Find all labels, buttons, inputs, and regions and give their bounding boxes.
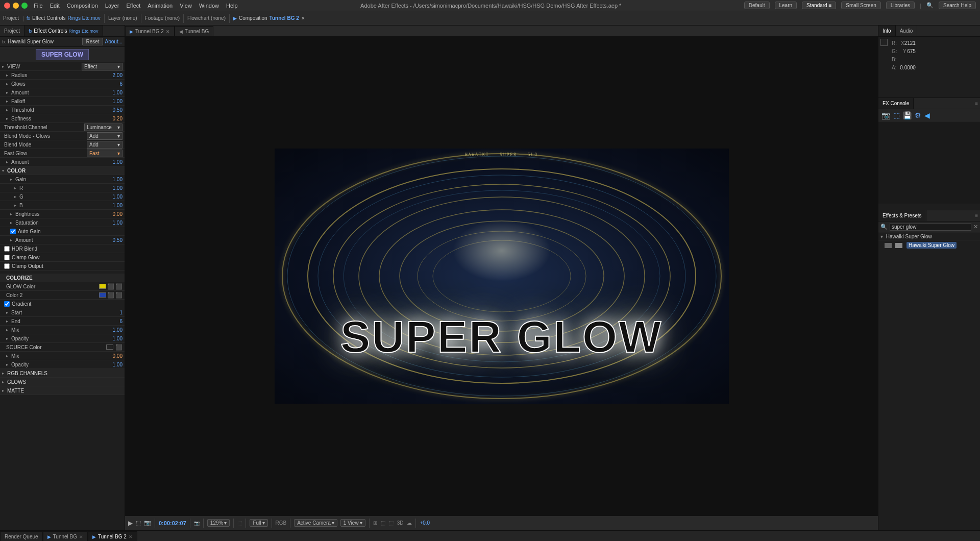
end-value[interactable]: 6: [102, 318, 122, 324]
color-amount-value[interactable]: 0.50: [102, 237, 122, 243]
glows-value[interactable]: 6: [102, 81, 122, 87]
standard-workspace-btn[interactable]: Standard ≡: [802, 2, 836, 9]
saturation-value[interactable]: 1.00: [102, 220, 122, 226]
audio-tab[interactable]: Audio: [896, 26, 918, 36]
tunnel-bg2-close[interactable]: ✕: [166, 29, 170, 34]
auto-gain-checkbox[interactable]: [10, 229, 16, 234]
hdr-blend-checkbox[interactable]: [4, 246, 10, 252]
menu-file[interactable]: File: [34, 3, 43, 9]
saturation-twirl[interactable]: [2, 220, 12, 225]
tunnel-bg2-close-icon[interactable]: ✕: [129, 534, 133, 539]
viewer-timecode[interactable]: 0:00:02:07: [159, 520, 186, 526]
falloff-value[interactable]: 1.00: [102, 99, 122, 104]
threshold-channel-dropdown[interactable]: Luminance ▾: [84, 124, 122, 131]
libraries-btn[interactable]: Libraries: [886, 2, 915, 9]
radius-twirl[interactable]: [2, 73, 8, 78]
fx-gear-icon[interactable]: ⚙: [915, 111, 921, 119]
effects-presets-search-input[interactable]: [890, 223, 971, 231]
source-color-icon[interactable]: ⬛: [115, 344, 122, 351]
fx-console-menu-icon[interactable]: ≡: [975, 101, 978, 106]
preview-icon[interactable]: ▶: [128, 520, 133, 527]
mix-value[interactable]: 1.00: [102, 327, 122, 333]
learn-btn[interactable]: Learn: [775, 2, 797, 9]
fx-save-icon[interactable]: 💾: [903, 111, 912, 119]
tunnel-bg2-timeline-tab[interactable]: ▶ Tunnel BG 2 ✕: [88, 531, 137, 541]
source-color-swatch[interactable]: [106, 345, 113, 350]
gain-value[interactable]: 1.00: [102, 177, 122, 182]
gain-twirl[interactable]: [2, 177, 12, 182]
footage-none-tab[interactable]: Footage (none): [145, 15, 180, 21]
flowchart-none-tab[interactable]: Flowchart (none): [187, 15, 226, 21]
comp-close-icon[interactable]: ✕: [301, 16, 305, 21]
effect-controls-tab[interactable]: fx Effect Controls Rings Etc.mov: [24, 26, 103, 36]
ep-menu-icon[interactable]: ≡: [975, 213, 978, 218]
quality-btn[interactable]: Full▾: [250, 519, 267, 527]
menu-composition[interactable]: Composition: [67, 3, 98, 9]
tunnel-bg-close-icon[interactable]: ✕: [79, 534, 83, 539]
start-value[interactable]: 1: [102, 310, 122, 315]
menu-layer[interactable]: Layer: [105, 3, 119, 9]
region-icon[interactable]: ⬚: [136, 520, 141, 526]
view-dropdown[interactable]: Effect▾: [82, 63, 122, 70]
menu-edit[interactable]: Edit: [50, 3, 60, 9]
comp-name-label[interactable]: Tunnel BG 2: [270, 15, 299, 21]
g-twirl[interactable]: [2, 194, 16, 199]
mix2-twirl[interactable]: [2, 354, 8, 358]
menu-animation[interactable]: Animation: [148, 3, 173, 9]
b-twirl[interactable]: [2, 203, 16, 208]
reset-button[interactable]: Reset: [82, 38, 103, 45]
ep-folder-twirl[interactable]: ▾: [880, 234, 883, 239]
layer-none-tab[interactable]: Layer (none): [108, 15, 137, 21]
default-workspace-btn[interactable]: Default: [744, 2, 770, 9]
opacity2-value[interactable]: 1.00: [102, 362, 122, 367]
radius-value[interactable]: 2.00: [102, 72, 122, 78]
brightness-twirl[interactable]: [2, 212, 12, 216]
search-help-btn[interactable]: Search Help: [939, 2, 976, 9]
menu-help[interactable]: Help: [226, 3, 238, 9]
threshold-twirl[interactable]: [2, 108, 8, 112]
menu-effect[interactable]: Effect: [126, 3, 140, 9]
fit-icon[interactable]: ⬚: [237, 520, 242, 526]
ep-result-preset[interactable]: Hawaiki Super Glow: [878, 241, 980, 250]
fx-camera-icon[interactable]: 📷: [881, 111, 890, 119]
view-twirl[interactable]: [2, 64, 4, 69]
color2-copy-icon[interactable]: ⬛: [115, 292, 122, 299]
fx-render-icon[interactable]: ⬚: [893, 111, 900, 119]
gradient-checkbox[interactable]: [4, 301, 10, 307]
tunnel-bg-timeline-tab[interactable]: ▶ Tunnel BG ✕: [43, 531, 88, 541]
matte-twirl[interactable]: [2, 388, 4, 393]
mix2-value[interactable]: 0.00: [102, 353, 122, 359]
views-btn[interactable]: 1 View▾: [340, 519, 365, 527]
g-value[interactable]: 1.00: [102, 194, 122, 200]
render-queue-tab[interactable]: Render Queue: [0, 531, 43, 541]
tunnel-bg-tab[interactable]: ◀ Tunnel BG: [175, 26, 213, 36]
opacity-twirl[interactable]: [2, 336, 8, 341]
safe-zones-icon[interactable]: ⬚: [381, 520, 385, 526]
effects-presets-tab[interactable]: Effects & Presets: [878, 210, 926, 221]
color2-swatch[interactable]: [99, 292, 106, 298]
falloff-twirl[interactable]: [2, 99, 8, 104]
magnification-btn[interactable]: 129%▾: [207, 519, 230, 527]
b-value[interactable]: 1.00: [102, 203, 122, 208]
amount2-value[interactable]: 1.00: [102, 159, 122, 165]
minimize-button[interactable]: [13, 3, 19, 9]
softness-twirl[interactable]: [2, 116, 8, 121]
threshold-value[interactable]: 0.50: [102, 107, 122, 113]
fullscreen-button[interactable]: [21, 3, 28, 9]
project-panel-tab[interactable]: Project: [0, 26, 24, 36]
opacity-value[interactable]: 1.00: [102, 336, 122, 341]
color-amount-twirl[interactable]: [2, 238, 12, 242]
composition-tab-label[interactable]: Composition: [239, 15, 267, 21]
3d-icon[interactable]: 3D: [397, 520, 404, 526]
amount-twirl[interactable]: [2, 90, 8, 95]
ep-search-clear[interactable]: ✕: [973, 224, 978, 230]
rgb-twirl[interactable]: [2, 371, 4, 376]
ep-preset-label[interactable]: Hawaiki Super Glow: [906, 242, 957, 249]
mix-twirl[interactable]: [2, 328, 8, 332]
channels-icon[interactable]: RGB: [276, 520, 287, 526]
clamp-glow-checkbox[interactable]: [4, 255, 10, 260]
info-tab[interactable]: Info: [878, 26, 896, 36]
mask-icon[interactable]: ⬚: [389, 520, 394, 526]
grid-icon[interactable]: ⊞: [373, 520, 377, 526]
snapshot-icon[interactable]: 📷: [144, 520, 151, 526]
